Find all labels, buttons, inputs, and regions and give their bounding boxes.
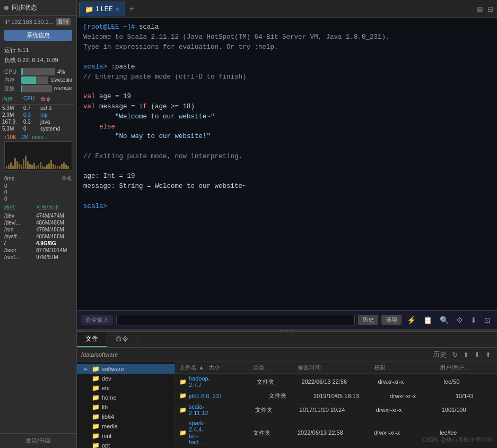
net-bar [44,167,46,169]
system-info: 运行 5:11 负载 0.22, 0.14, 0.09 [0,43,76,67]
tab-add-button[interactable]: + [125,3,138,15]
table-row: /run/...97M/97M [4,254,72,261]
tree-item-home[interactable]: 📁 home [77,393,175,402]
tree-item-etc[interactable]: 📁 etc [77,383,175,393]
tab-close-button[interactable]: ✕ [115,6,119,12]
file-user: 1001/100 [442,407,495,413]
mem-value: 55%538M [50,77,72,83]
copy-ip-button[interactable]: 复制 [56,18,71,25]
lightning-button[interactable]: ⚡ [405,315,418,325]
folder-icon: 📁 [179,407,187,413]
watermark: CSDN @热心市民小李同学 [422,436,493,444]
ping-values: 0 0 0 [4,183,72,202]
copy-button[interactable]: 📋 [421,315,434,325]
download-button[interactable]: ⬇ [468,315,479,325]
col-filename: 文件名 ▲ [179,364,206,372]
net-bar [14,158,16,169]
table-row: 2.9M0.3top [2,111,74,118]
terminal-line: age: Int = 19 [83,171,491,182]
terminal-line [83,142,491,152]
tab-commands[interactable]: 命令 [107,332,137,347]
file-list-header: 文件名 ▲ 大小 类型 修改时间 权限 用户/用户... [175,362,497,374]
net-bar [23,159,24,169]
select-button[interactable]: 选项 [381,315,402,325]
tree-item-label: mnt [102,433,111,439]
proc-cpu-header: CPU [23,96,40,103]
file-user: 10/143 [456,393,497,399]
settings-button[interactable]: ⚙ [454,315,465,325]
tree-item-mnt[interactable]: 📁 mnt [77,431,175,441]
file-type: 文件夹 [253,429,295,437]
file-refresh-button[interactable]: ↻ [450,349,459,360]
cmd-label: 命令输入 [81,315,113,325]
mem-bar-bg [21,76,48,84]
terminal-line: // Exiting paste mode, now interpreting. [83,152,491,162]
file-upload-button[interactable]: ⬆ [461,349,470,360]
tree-item-dev[interactable]: 📁 dev [77,374,175,383]
history-button[interactable]: 历史 [358,315,378,325]
table-row: /4.9G/8G [4,240,72,247]
swap-bar-bg [21,85,52,92]
search-button[interactable]: 🔍 [438,315,451,325]
activate-button[interactable]: 激活/升级 [0,433,76,448]
folder-icon: 📁 [92,432,100,440]
net-bar [21,165,22,169]
tree-item-label: media [102,423,118,429]
cpu-bar [21,68,23,75]
net-graph-bars [5,142,72,170]
proc-mem-header: 内存 [2,96,23,103]
terminal-line: scala> [83,202,491,212]
process-table: 内存 CPU 命令 5.9M0.7sshd 2.9M0.3top 167.9.0… [0,94,76,132]
list-item[interactable]: 📁scala-2.11.12 文件夹 2017/11/10 10:24 drwx… [175,402,497,418]
terminal-line: val age = 19 [83,92,491,102]
net-down: ↓2K [20,134,29,140]
folder-icon: 📁 [92,442,100,448]
tree-item-opt[interactable]: 📁 opt [77,441,175,448]
file-perm: drwxr-xr-x [378,378,441,385]
folder-icon: 📁 [92,365,100,373]
file-name: 📁scala-2.11.12 [179,403,208,416]
list-item[interactable]: 📁jdk1.8.0_231 文件夹 2019/10/05 18:13 drwxr… [175,390,497,402]
process-header: 内存 CPU 命令 [2,94,74,105]
file-modified: 2022/06/13 22:56 [301,378,376,385]
sync-status: 同步状态 [0,0,76,16]
folder-icon: 📁 [179,429,187,436]
folder-icon: 📁 [92,403,100,411]
terminal-line [83,52,491,62]
col-size: 大小 [208,364,251,372]
network-section: ↑10K ↓2K enss... [0,132,76,175]
cpu-bar-bg [21,68,55,75]
table-row: /dev/...486M/486M [4,219,72,226]
tree-item-media[interactable]: 📁 media [77,421,175,431]
net-bar [50,160,52,169]
tab-1-lee[interactable]: 📁 1 LEE ✕ [79,2,125,16]
file-more-button[interactable]: ⬆ [484,349,493,360]
tree-item-label: etc [102,385,110,391]
cpu-label: CPU [4,68,19,75]
tree-item-software[interactable]: ▶ 📁 software [77,364,175,374]
sys-info-button[interactable]: 系统信息 [4,30,72,41]
file-download2-button[interactable]: ⬇ [473,349,482,360]
net-bar [65,165,67,169]
tab-files[interactable]: 文件 [77,332,107,347]
tree-item-lib[interactable]: 📁 lib [77,402,175,412]
table-row: /sys/f...486M/486M [4,233,72,240]
tree-item-lib64[interactable]: 📁 lib64 [77,412,175,421]
grid-view-button[interactable]: ⊞ [476,4,484,14]
command-input[interactable] [116,315,355,325]
terminal[interactable]: [root@LEE ~]# scala Welcome to Scala 2.1… [77,18,497,310]
net-bar [42,166,43,169]
net-iface: enss... [32,134,47,140]
table-row: /dev474M/474M [4,212,72,219]
net-bar [55,165,56,169]
layout-button[interactable]: ⊟ [486,4,495,14]
list-item[interactable]: 📁hadoop-2.7.7 文件夹 2022/06/13 22:56 drwxr… [175,374,497,390]
file-history-button[interactable]: 历史 [431,349,448,360]
table-row: 167.9.0.3java [2,118,74,125]
net-bar [59,166,60,169]
file-modified: 2019/10/05 18:13 [313,393,388,399]
mem-label: 内存 [4,76,19,84]
sync-label: 同步状态 [12,3,37,12]
net-graph [4,141,72,170]
fullscreen-button[interactable]: ⊡ [482,315,493,325]
